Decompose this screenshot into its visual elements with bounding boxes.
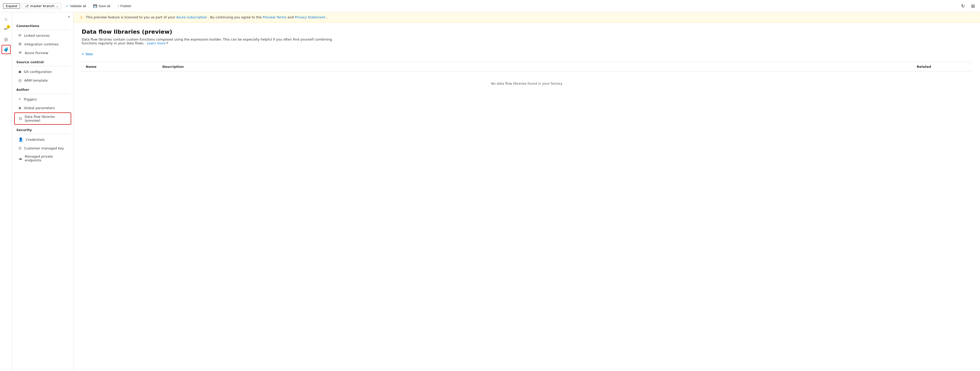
publish-button[interactable]: ↑ Publish — [115, 3, 134, 9]
rail-monitor-button[interactable]: ◎ — [2, 35, 11, 44]
page-content: Data flow libraries (preview) Data flow … — [73, 22, 980, 371]
git-icon: ◆ — [18, 69, 21, 74]
col-description-header: Description — [162, 65, 917, 68]
sidebar-item-integration-runtimes[interactable]: ⚙ Integration runtimes — [14, 40, 71, 48]
triggers-icon: ⚡ — [18, 97, 21, 101]
refresh-button[interactable]: ↻ — [959, 2, 967, 10]
preview-terms-link[interactable]: Preview Terms — [262, 15, 286, 19]
validate-all-button[interactable]: ✓ Validate all — [63, 3, 89, 9]
rail-author-button[interactable]: ✏ 1 — [2, 24, 11, 34]
data-flow-libraries-label: Data flow libraries (preview) — [25, 115, 67, 122]
rail-manage-button[interactable]: 🧳 — [2, 45, 11, 54]
icon-rail: ⌂ ✏ 1 ◎ 🧳 — [0, 12, 12, 371]
validate-icon: ✓ — [66, 4, 68, 8]
sidebar-collapse[interactable]: « — [12, 12, 73, 21]
home-icon: ⌂ — [5, 16, 7, 22]
global-parameters-icon: ◈ — [18, 106, 21, 110]
credentials-label: Credentials — [26, 138, 45, 141]
privacy-statement-link[interactable]: Privacy Statement — [295, 15, 325, 19]
grid-icon: ⊞ — [971, 3, 975, 9]
sidebar-item-git-configuration[interactable]: ◆ Git configuration — [14, 68, 71, 76]
rail-home-button[interactable]: ⌂ — [2, 14, 11, 24]
branch-selector[interactable]: ⎇ master branch — [22, 3, 61, 9]
save-all-button[interactable]: 💾 Save all — [91, 3, 113, 9]
author-divider — [16, 94, 69, 94]
table-empty-message: No data flow libraries found in your fac… — [82, 71, 972, 96]
sidebar-item-triggers[interactable]: ⚡ Triggers — [14, 95, 71, 103]
branch-icon: ⎇ — [25, 4, 29, 8]
manage-icon: 🧳 — [3, 47, 9, 52]
global-parameters-label: Global parameters — [24, 106, 55, 110]
branch-chevron-icon — [56, 4, 59, 8]
azure-purview-icon: 👁 — [18, 51, 22, 55]
triggers-label: Triggers — [24, 97, 37, 101]
branch-label: master branch — [30, 4, 54, 8]
sidebar: « Connections ⟳ Linked services ⚙ Integr… — [12, 12, 73, 371]
author-section-label: Author — [12, 85, 73, 92]
managed-private-endpoints-label: Managed private endpoints — [25, 154, 67, 162]
save-icon: 💾 — [93, 4, 97, 8]
security-section-label: Security — [12, 125, 73, 133]
integration-runtimes-icon: ⚙ — [18, 42, 22, 46]
arm-template-icon: ◎ — [18, 78, 22, 82]
connections-section-label: Connections — [12, 21, 73, 29]
main-content: ⚠ This preview feature is licensed to yo… — [73, 12, 980, 371]
publish-icon: ↑ — [118, 4, 119, 8]
managed-private-endpoints-icon: ☁ — [18, 156, 22, 161]
grid-button[interactable]: ⊞ — [969, 2, 977, 10]
warning-icon: ⚠ — [80, 15, 83, 20]
table-container: Name Description Related No data flow li… — [82, 62, 972, 96]
security-divider — [16, 134, 69, 134]
sidebar-item-customer-managed-key[interactable]: ⊙ Customer managed key — [14, 144, 71, 152]
toolbar: Expand ⎇ master branch ✓ Validate all 💾 … — [0, 0, 980, 12]
linked-services-icon: ⟳ — [18, 33, 22, 38]
warning-banner: ⚠ This preview feature is licensed to yo… — [73, 12, 980, 22]
connections-divider — [16, 30, 69, 30]
linked-services-label: Linked services — [24, 34, 50, 38]
refresh-icon: ↻ — [961, 3, 965, 9]
git-configuration-label: Git configuration — [24, 70, 52, 74]
sidebar-item-arm-template[interactable]: ◎ ARM template — [14, 76, 71, 84]
col-related-header: Related — [917, 65, 968, 68]
new-button[interactable]: + New — [82, 50, 93, 58]
col-name-header: Name — [86, 65, 162, 68]
table-header: Name Description Related — [82, 62, 972, 71]
page-title: Data flow libraries (preview) — [82, 29, 972, 35]
learn-more-link[interactable]: Learn more — [147, 41, 165, 45]
sidebar-item-linked-services[interactable]: ⟳ Linked services — [14, 32, 71, 40]
sidebar-item-managed-private-endpoints[interactable]: ☁ Managed private endpoints — [14, 153, 71, 164]
author-badge: 1 — [6, 25, 10, 29]
expand-button[interactable]: Expand — [3, 3, 20, 9]
sidebar-item-credentials[interactable]: 👤 Credentials — [14, 135, 71, 144]
page-description: Data flow libraries contain custom funct… — [82, 38, 337, 45]
azure-subscription-link[interactable]: Azure subscription — [177, 15, 207, 19]
data-flow-libraries-icon: ⊡ — [19, 116, 22, 121]
warning-text: This preview feature is licensed to you … — [86, 15, 327, 19]
sidebar-item-data-flow-libraries[interactable]: ⊡ Data flow libraries (preview) — [14, 113, 71, 125]
azure-purview-label: Azure Purview — [25, 51, 48, 55]
customer-managed-key-label: Customer managed key — [24, 146, 64, 150]
credentials-icon: 👤 — [18, 137, 23, 142]
plus-icon: + — [82, 52, 84, 56]
integration-runtimes-label: Integration runtimes — [24, 42, 59, 46]
arm-template-label: ARM template — [24, 79, 48, 82]
source-control-section-label: Source control — [12, 57, 73, 65]
app-body: ⌂ ✏ 1 ◎ 🧳 « Connections ⟳ Linked service… — [0, 12, 980, 371]
sidebar-item-azure-purview[interactable]: 👁 Azure Purview — [14, 49, 71, 57]
sidebar-item-global-parameters[interactable]: ◈ Global parameters — [14, 104, 71, 112]
collapse-button[interactable]: « — [68, 14, 70, 19]
monitor-icon: ◎ — [4, 36, 8, 42]
customer-managed-key-icon: ⊙ — [18, 146, 22, 151]
